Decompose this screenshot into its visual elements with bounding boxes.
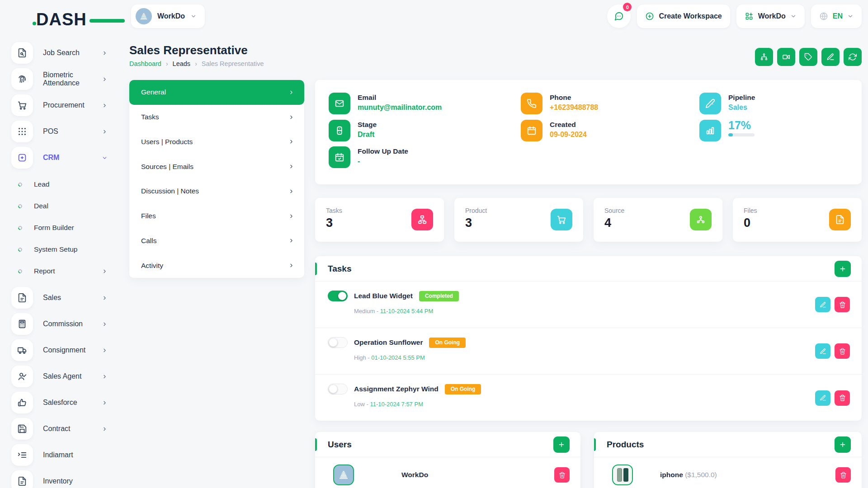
workspace-selector[interactable]: WorkDo <box>131 5 205 28</box>
tasks-header: Tasks <box>315 256 862 282</box>
tab-general[interactable]: General <box>129 80 304 105</box>
phone-value: +16239488788 <box>550 103 598 112</box>
sidebar-item-label: POS <box>43 127 58 136</box>
tab-discussion-notes[interactable]: Discussion | Notes <box>129 179 304 204</box>
sidebar-subitem-form-builder[interactable]: Form Builder <box>11 217 123 239</box>
sidebar-item-label: Salesforce <box>43 399 77 407</box>
add-task-button[interactable] <box>835 261 851 277</box>
edit-task-button[interactable] <box>815 297 830 312</box>
chevron-right-icon <box>288 164 294 169</box>
menu-item-label: Users | Products <box>141 138 193 146</box>
delete-task-button[interactable] <box>835 297 850 312</box>
pipeline-stage-button[interactable] <box>755 48 773 66</box>
create-workspace-button[interactable]: Create Workspace <box>637 5 730 28</box>
tab-calls[interactable]: Calls <box>129 229 304 253</box>
stat-card-files: Files 0 <box>733 198 862 242</box>
sidebar-subitem-lead[interactable]: Lead <box>11 174 123 195</box>
task-row: Operation Sunflower On Going High - 01-1… <box>315 328 862 375</box>
delete-product-button[interactable] <box>835 467 851 483</box>
edit-task-button[interactable] <box>815 343 830 359</box>
globe-icon <box>819 12 828 21</box>
floppy-icon <box>11 418 33 440</box>
convert-to-deal-button[interactable] <box>844 48 862 66</box>
users-header: Users <box>315 432 580 457</box>
page-title: Sales Representative <box>129 43 248 57</box>
crm-box-icon <box>11 147 33 169</box>
sidebar-subitem-label: System Setup <box>34 245 78 253</box>
sidebar-item-job-search[interactable]: Job Search <box>11 40 123 66</box>
sidebar-subitem-system-setup[interactable]: System Setup <box>11 239 123 260</box>
calendar-icon <box>521 120 542 141</box>
tab-sources-emails[interactable]: Sources | Emails <box>129 154 304 179</box>
task-datetime: 11-10-2024 5:44 PM <box>380 308 434 314</box>
menu-item-label: Activity <box>141 262 163 270</box>
truck-icon <box>11 339 33 361</box>
messages-button[interactable]: 0 <box>607 5 631 28</box>
sidebar-subitem-report[interactable]: Report <box>11 260 123 282</box>
tab-tasks[interactable]: Tasks <box>129 105 304 130</box>
sidebar-item-inventory[interactable]: Inventory <box>11 468 123 488</box>
menu-item-label: Calls <box>141 237 156 245</box>
task-name: Assignment Zephyr Wind <box>354 385 439 393</box>
chevron-right-icon <box>102 129 108 135</box>
video-icon <box>782 53 790 61</box>
sidebar-item-label: CRM <box>43 154 59 162</box>
notification-badge: 0 <box>623 3 632 11</box>
add-product-button[interactable] <box>835 436 851 453</box>
sidebar-subitem-deal[interactable]: Deal <box>11 195 123 217</box>
file-search-icon <box>11 42 33 64</box>
video-call-button[interactable] <box>777 48 795 66</box>
chevron-right-icon <box>102 347 108 353</box>
sidebar-item-biometric-attendance[interactable]: Biometric Attendance <box>11 66 123 92</box>
delete-user-button[interactable] <box>554 467 570 483</box>
user-name: WorkDo <box>401 471 428 479</box>
add-user-button[interactable] <box>553 436 570 453</box>
delete-task-button[interactable] <box>835 343 850 359</box>
breadcrumb-leads[interactable]: Leads <box>173 60 191 67</box>
sidebar: Job Search Biometric Attendance Procurem… <box>0 33 123 488</box>
sidebar-item-pos[interactable]: POS <box>11 118 123 145</box>
chevron-right-icon <box>288 89 294 95</box>
tab-activity[interactable]: Activity <box>129 253 304 278</box>
sidebar-item-procurement[interactable]: Procurement <box>11 92 123 118</box>
menu-item-label: General <box>141 88 166 96</box>
sidebar-item-salesforce[interactable]: Salesforce <box>11 389 123 416</box>
menu-item-label: Discussion | Notes <box>141 187 199 195</box>
tab-files[interactable]: Files <box>129 204 304 229</box>
delete-task-button[interactable] <box>835 390 850 406</box>
stage-value: Draft <box>358 131 377 139</box>
sidebar-item-label: Biometric Attendance <box>43 71 96 88</box>
workspace-switcher[interactable]: WorkDo <box>736 5 805 28</box>
pencil-icon <box>820 394 826 401</box>
task-name: Operation Sunflower <box>354 338 423 347</box>
task-toggle[interactable] <box>328 291 348 301</box>
calculator-icon <box>11 313 33 335</box>
breadcrumb-dashboard[interactable]: Dashboard <box>129 60 161 67</box>
task-row: Lead Blue Widget Completed Medium - 11-1… <box>315 282 862 328</box>
workspace-switcher-label: WorkDo <box>758 12 786 20</box>
sidebar-item-sales[interactable]: Sales <box>11 285 123 311</box>
sidebar-item-crm[interactable]: CRM <box>11 145 123 171</box>
chart-bars-icon <box>699 120 721 141</box>
grid-plus-icon <box>745 12 754 21</box>
language-selector[interactable]: EN <box>811 5 862 28</box>
workspace-avatar <box>136 8 152 24</box>
task-row: Assignment Zephyr Wind On Going Low - 11… <box>315 375 862 421</box>
sidebar-item-indiamart[interactable]: Indiamart <box>11 442 123 468</box>
chevron-right-icon <box>102 400 108 406</box>
section-title: Users <box>328 440 352 450</box>
info-label: Stage <box>358 121 377 129</box>
task-toggle[interactable] <box>328 337 348 348</box>
tab-users-products[interactable]: Users | Products <box>129 130 304 155</box>
sidebar-item-sales-agent[interactable]: Sales Agent <box>11 363 123 389</box>
logo-text: DASH <box>36 10 87 29</box>
task-toggle[interactable] <box>328 384 348 394</box>
stat-card-product: Product 3 <box>454 198 583 242</box>
sidebar-item-commission[interactable]: Commission <box>11 311 123 337</box>
labels-button[interactable] <box>799 48 817 66</box>
sidebar-item-consignment[interactable]: Consignment <box>11 337 123 363</box>
sidebar-item-contract[interactable]: Contract <box>11 416 123 442</box>
chevron-right-icon <box>288 238 294 244</box>
edit-lead-button[interactable] <box>821 48 840 66</box>
edit-task-button[interactable] <box>815 390 830 406</box>
